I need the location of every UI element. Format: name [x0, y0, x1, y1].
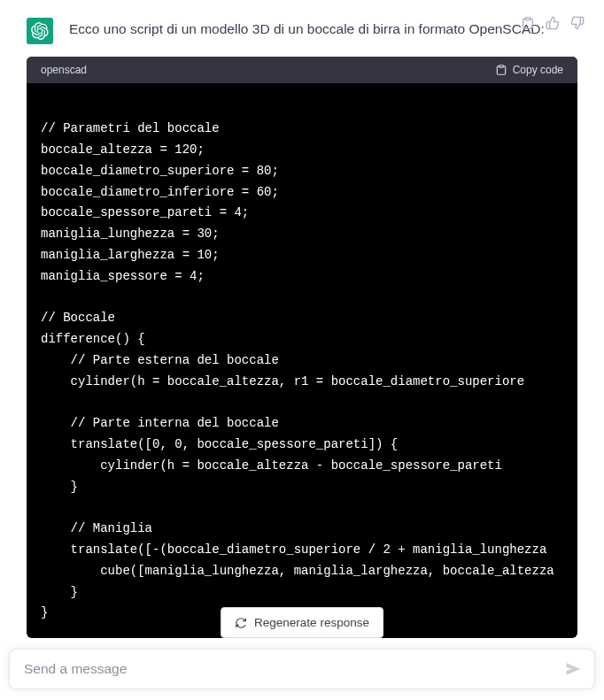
- message-content: Ecco uno script di un modello 3D di un b…: [69, 18, 577, 638]
- copy-icon[interactable]: [521, 16, 535, 30]
- svg-rect-1: [525, 18, 530, 20]
- copy-code-label: Copy code: [513, 64, 563, 76]
- refresh-icon: [235, 617, 247, 629]
- code-content: // Parametri del boccale boccale_altezza…: [27, 83, 577, 638]
- send-icon: [564, 660, 582, 678]
- assistant-avatar: [27, 18, 53, 44]
- code-header: openscad Copy code: [27, 57, 577, 83]
- message-input-bar: [9, 649, 595, 689]
- assistant-message: Ecco uno script di un modello 3D di un b…: [0, 0, 604, 656]
- intro-text: Ecco uno script di un modello 3D di un b…: [69, 18, 577, 41]
- svg-rect-0: [499, 65, 503, 67]
- code-language-label: openscad: [41, 64, 87, 76]
- clipboard-icon: [495, 64, 507, 76]
- copy-code-button[interactable]: Copy code: [495, 64, 563, 76]
- code-text: // Parametri del boccale boccale_altezza…: [41, 97, 563, 624]
- thumbs-down-icon[interactable]: [570, 16, 585, 30]
- regenerate-label: Regenerate response: [254, 616, 369, 629]
- message-actions: [521, 16, 585, 30]
- message-input[interactable]: [24, 661, 554, 677]
- code-block: openscad Copy code // Parametri del bocc…: [27, 57, 577, 638]
- thumbs-up-icon[interactable]: [546, 16, 560, 30]
- openai-logo-icon: [31, 22, 49, 40]
- regenerate-button[interactable]: Regenerate response: [221, 607, 383, 638]
- send-button[interactable]: [564, 660, 582, 678]
